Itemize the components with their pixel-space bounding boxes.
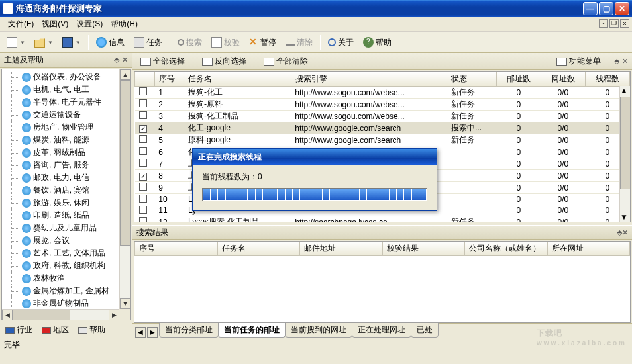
save-button[interactable]: ▼ bbox=[58, 35, 85, 50]
row-checkbox[interactable] bbox=[139, 217, 147, 222]
mdi-close-button[interactable]: x bbox=[620, 19, 629, 28]
tree-item[interactable]: 艺术, 工艺, 文体用品 bbox=[3, 247, 119, 259]
minimize-button[interactable]: — bbox=[583, 2, 598, 15]
panel-pin-icon[interactable]: ⬘ bbox=[614, 57, 619, 66]
tree-item[interactable]: 婴幼儿及儿童用品 bbox=[3, 222, 119, 234]
results-pin-icon[interactable]: ⬘ bbox=[617, 228, 622, 236]
tree-item[interactable]: 交通运输设备 bbox=[3, 109, 119, 121]
table-scroll-up[interactable]: ▲ bbox=[620, 86, 630, 95]
bottom-tab[interactable]: 正在处理网址 bbox=[352, 322, 411, 338]
menu-file[interactable]: 文件(F) bbox=[4, 17, 38, 31]
results-column-header[interactable]: 邮件地址 bbox=[300, 242, 383, 256]
tree-item[interactable]: 煤炭, 油料, 能源 bbox=[3, 134, 119, 146]
table-row[interactable]: 5原料-googlehttp://www.google.com/search新任… bbox=[135, 134, 630, 146]
row-checkbox[interactable] bbox=[139, 147, 147, 155]
tree-item[interactable]: 仪器仪表, 办公设备 bbox=[3, 71, 119, 83]
tree-item[interactable]: 电机, 电气, 电工 bbox=[3, 83, 119, 96]
table-row[interactable]: ✓4化工-googlehttp://www.google.com/search搜… bbox=[135, 122, 630, 134]
results-column-header[interactable]: 任务名 bbox=[217, 242, 300, 256]
task-button[interactable]: 任务 bbox=[130, 35, 166, 50]
table-row[interactable]: 3搜狗-化工制品http://www.sogou.com/webse...新任务… bbox=[135, 111, 630, 122]
column-header[interactable]: 网址数 bbox=[541, 72, 585, 87]
tree-item[interactable]: 农林牧渔 bbox=[3, 272, 119, 285]
help-button[interactable]: ?帮助 bbox=[359, 35, 395, 50]
invert-selection-button[interactable]: 反向选择 bbox=[198, 54, 250, 69]
table-row[interactable]: 12Lycos搜索-化工制品http://searchpage.lycos.co… bbox=[135, 216, 630, 223]
scroll-thumb[interactable] bbox=[120, 80, 131, 246]
clear-button[interactable]: 清除 bbox=[282, 35, 317, 50]
bottom-tab[interactable]: 当前搜到的网址 bbox=[285, 322, 352, 338]
table-scroll-down[interactable]: ▼ bbox=[620, 212, 628, 222]
column-header[interactable] bbox=[135, 72, 155, 87]
column-header[interactable]: 搜索引擎 bbox=[291, 72, 447, 87]
tree-item[interactable]: 邮政, 电力, 电信 bbox=[3, 171, 119, 184]
column-header[interactable]: 状态 bbox=[447, 72, 496, 87]
bottom-tab[interactable]: 当前分类邮址 bbox=[159, 322, 219, 338]
table-vertical-scrollbar[interactable]: ▲ ▼ bbox=[619, 86, 630, 222]
results-column-header[interactable]: 所在网址 bbox=[547, 242, 630, 256]
bottom-tab[interactable]: 已处 bbox=[411, 322, 439, 338]
sidebar-tab-region[interactable]: 地区 bbox=[39, 324, 72, 336]
sidebar-close-icon[interactable]: ✕ bbox=[122, 56, 128, 64]
menu-settings[interactable]: 设置(S) bbox=[72, 17, 107, 31]
maximize-button[interactable]: ▢ bbox=[599, 2, 613, 15]
menu-help[interactable]: 帮助(H) bbox=[107, 17, 142, 31]
tree-item[interactable]: 房地产, 物业管理 bbox=[3, 121, 119, 134]
pause-button[interactable]: 暂停 bbox=[245, 35, 280, 50]
tab-nav-prev[interactable]: ◀ bbox=[135, 327, 146, 338]
verify-button[interactable]: 校验 bbox=[207, 35, 244, 50]
tree-item[interactable]: 政府, 科教, 组织机构 bbox=[3, 259, 119, 272]
menu-view[interactable]: 视图(V) bbox=[38, 17, 72, 31]
tree-vertical-scrollbar[interactable]: ▲ ▼ bbox=[119, 69, 130, 309]
search-button[interactable]: 搜索 bbox=[174, 35, 206, 50]
panel-close-icon[interactable]: ✕ bbox=[622, 57, 628, 66]
results-column-header[interactable]: 公司名称（或姓名） bbox=[465, 242, 548, 256]
scroll-right-arrow[interactable]: ▶ bbox=[109, 310, 119, 320]
select-all-button[interactable]: 全部选择 bbox=[136, 54, 189, 69]
row-checkbox[interactable]: ✓ bbox=[139, 125, 147, 133]
bottom-tab[interactable]: 当前任务的邮址 bbox=[218, 322, 286, 338]
results-close-icon[interactable]: ✕ bbox=[622, 228, 628, 236]
row-checkbox[interactable] bbox=[139, 159, 147, 167]
mdi-restore-button[interactable]: ❐ bbox=[609, 19, 619, 28]
table-scroll-thumb[interactable] bbox=[620, 97, 631, 189]
results-column-header[interactable]: 校验结果 bbox=[382, 242, 465, 256]
row-checkbox[interactable] bbox=[139, 99, 147, 107]
scroll-left-arrow[interactable]: ◀ bbox=[2, 310, 13, 320]
new-button[interactable]: ▼ bbox=[3, 35, 29, 50]
row-checkbox[interactable] bbox=[139, 195, 147, 203]
column-header[interactable]: 邮址数 bbox=[496, 72, 541, 87]
column-header[interactable]: 任务名 bbox=[184, 72, 291, 87]
tree-item[interactable]: 半导体, 电子元器件 bbox=[3, 96, 119, 109]
row-checkbox[interactable]: ✓ bbox=[139, 173, 147, 181]
table-row[interactable]: 2搜狗-原料http://www.sogou.com/webse...新任务00… bbox=[135, 99, 630, 111]
tree-horizontal-scrollbar[interactable]: ◀ ▶ bbox=[2, 309, 119, 320]
tree-item[interactable]: 皮革, 羽绒制品 bbox=[3, 146, 119, 159]
row-checkbox[interactable] bbox=[139, 183, 147, 191]
tree-item[interactable]: 非金属矿物制品 bbox=[3, 297, 119, 309]
hscroll-thumb[interactable] bbox=[13, 310, 70, 320]
sidebar-pin-icon[interactable]: ⬘ bbox=[114, 56, 119, 64]
open-button[interactable]: ▼ bbox=[30, 35, 57, 50]
scroll-up-arrow[interactable]: ▲ bbox=[120, 69, 131, 80]
results-column-header[interactable]: 序号 bbox=[135, 242, 218, 256]
tree-item[interactable]: 咨询, 广告, 服务 bbox=[3, 159, 119, 171]
row-checkbox[interactable] bbox=[139, 135, 147, 143]
table-row[interactable]: 1搜狗-化工http://www.sogou.com/webse...新任务00… bbox=[135, 87, 630, 99]
row-checkbox[interactable] bbox=[139, 111, 147, 119]
tab-nav-next[interactable]: ▶ bbox=[147, 327, 158, 338]
mdi-minimize-button[interactable]: - bbox=[599, 19, 608, 28]
row-checkbox[interactable] bbox=[139, 206, 147, 214]
column-header[interactable]: 线程数 bbox=[585, 72, 629, 87]
column-header[interactable]: 序号 bbox=[154, 72, 184, 87]
clear-all-button[interactable]: 全部清除 bbox=[260, 54, 312, 69]
sidebar-tab-industry[interactable]: 行业 bbox=[3, 324, 35, 336]
function-menu-button[interactable]: 功能菜单 bbox=[553, 54, 605, 69]
scroll-down-arrow[interactable]: ▼ bbox=[120, 298, 131, 309]
tree-item[interactable]: 金属冶炼加工, 金属材 bbox=[3, 285, 119, 297]
row-checkbox[interactable] bbox=[139, 87, 147, 95]
tree-item[interactable]: 印刷, 造纸, 纸品 bbox=[3, 209, 119, 222]
info-button[interactable]: 信息 bbox=[92, 35, 129, 50]
tree-item[interactable]: 展览, 会议 bbox=[3, 234, 119, 247]
close-button[interactable]: ✕ bbox=[615, 2, 629, 15]
